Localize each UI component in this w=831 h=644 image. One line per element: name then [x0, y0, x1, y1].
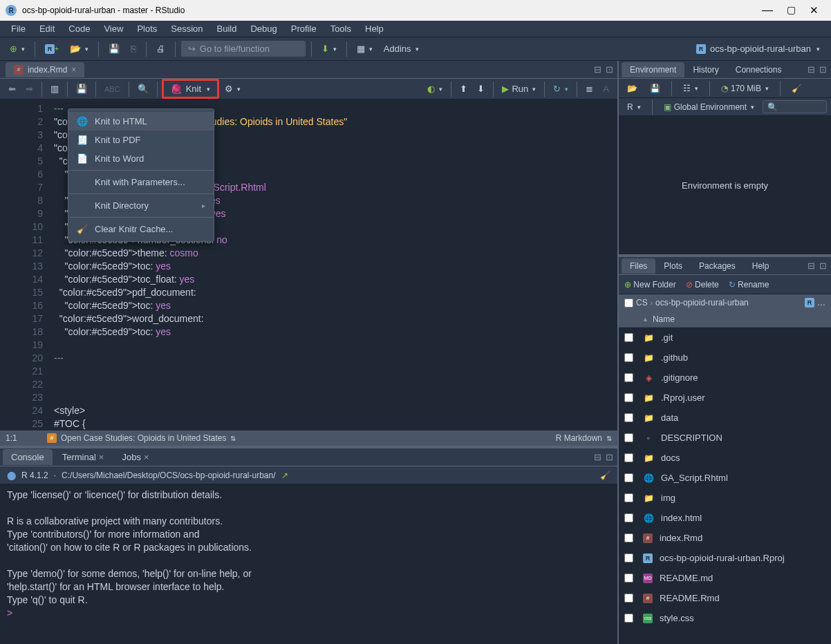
menu-session[interactable]: Session: [165, 22, 208, 35]
new-file-button[interactable]: ⊕▾: [6, 41, 29, 56]
file-row[interactable]: 📁data: [619, 408, 831, 428]
save-workspace-button[interactable]: 💾: [646, 82, 664, 95]
grid-button[interactable]: ▦▾: [353, 41, 377, 56]
knit-with-params[interactable]: Knit with Parameters...: [68, 173, 214, 191]
outline-dropdown[interactable]: # Open Case Studies: Opioids in United S…: [47, 433, 236, 443]
env-scope-dropdown[interactable]: ▣ Global Environment▾: [660, 100, 758, 114]
pane-minimize-icon[interactable]: ⊟: [594, 64, 601, 75]
tab-files[interactable]: Files: [622, 258, 655, 274]
file-row[interactable]: #index.Rmd: [619, 528, 831, 548]
menu-help[interactable]: Help: [360, 22, 389, 35]
file-checkbox[interactable]: [624, 493, 633, 502]
back-button[interactable]: ⬅: [4, 82, 20, 96]
file-row[interactable]: 📁docs: [619, 448, 831, 468]
menu-code[interactable]: Code: [63, 22, 95, 35]
console-pane-max[interactable]: ⊡: [606, 452, 613, 462]
menu-build[interactable]: Build: [212, 22, 243, 35]
save-button[interactable]: 💾: [104, 41, 124, 56]
knit-to-word[interactable]: 📄Knit to Word: [68, 149, 214, 168]
run-button[interactable]: ▶Run▾: [498, 82, 540, 96]
file-checkbox[interactable]: [624, 574, 633, 583]
file-row[interactable]: 📁.git: [619, 328, 831, 348]
show-in-new-window[interactable]: ▥: [46, 82, 63, 96]
gear-button[interactable]: ⚙▾: [221, 82, 245, 96]
tab-environment[interactable]: Environment: [622, 62, 684, 77]
clear-knitr-cache[interactable]: 🧹Clear Knitr Cache...: [68, 220, 214, 238]
knit-to-pdf[interactable]: 🧾Knit to PDF: [68, 131, 214, 149]
visual-button[interactable]: A: [599, 82, 613, 96]
project-menu[interactable]: R ocs-bp-opioid-rural-urban ▾: [691, 41, 825, 56]
file-checkbox[interactable]: [624, 473, 633, 482]
maximize-button[interactable]: ▢: [787, 4, 796, 17]
source-tab-index[interactable]: # index.Rmd ×: [6, 62, 84, 77]
console-body[interactable]: Type 'license()' or 'licence()' for dist…: [0, 484, 617, 644]
publish-button[interactable]: ↻▾: [549, 82, 572, 96]
insert-chunk-button[interactable]: ◐▾: [423, 82, 447, 96]
menu-debug[interactable]: Debug: [245, 22, 282, 35]
spellcheck-button[interactable]: ABC: [100, 83, 124, 95]
forward-button[interactable]: ➡: [21, 82, 37, 96]
file-checkbox[interactable]: [624, 393, 633, 402]
file-checkbox[interactable]: [624, 594, 633, 603]
file-checkbox[interactable]: [624, 433, 633, 442]
menu-edit[interactable]: Edit: [34, 22, 60, 35]
file-row[interactable]: 📁.github: [619, 348, 831, 368]
menu-file[interactable]: File: [6, 22, 31, 35]
tab-console[interactable]: Console: [3, 449, 53, 465]
select-all-checkbox[interactable]: [624, 299, 633, 307]
save-all-button[interactable]: ⎘: [127, 41, 140, 56]
tab-terminal[interactable]: Terminal ×: [54, 449, 113, 465]
tab-jobs[interactable]: Jobs ×: [113, 449, 157, 465]
file-checkbox[interactable]: [624, 553, 633, 562]
source-addins-button[interactable]: ⬇▾: [317, 41, 341, 56]
file-row[interactable]: ◈.gitignore: [619, 368, 831, 388]
file-row[interactable]: MDREADME.md: [619, 568, 831, 588]
files-column-header[interactable]: ▲ Name: [619, 311, 831, 328]
file-row[interactable]: 📁.Rproj.user: [619, 388, 831, 408]
tab-plots[interactable]: Plots: [655, 258, 691, 274]
file-checkbox[interactable]: [624, 533, 633, 542]
file-row[interactable]: 📁img: [619, 488, 831, 508]
outline-button[interactable]: ≣: [581, 82, 597, 96]
file-row[interactable]: Rocs-bp-opioid-rural-urban.Rproj: [619, 548, 831, 568]
tab-packages[interactable]: Packages: [691, 258, 744, 274]
find-button[interactable]: 🔍: [133, 82, 153, 96]
file-checkbox[interactable]: [624, 513, 633, 522]
knit-to-html[interactable]: 🌐Knit to HTML: [68, 112, 214, 131]
memory-usage[interactable]: ◔ 170 MiB▾: [717, 82, 773, 95]
lang-scope[interactable]: R▾: [623, 100, 645, 114]
load-workspace-button[interactable]: 📂: [623, 82, 642, 95]
rproj-nav-icon[interactable]: R: [805, 298, 814, 307]
file-checkbox[interactable]: [624, 614, 633, 623]
tab-connections[interactable]: Connections: [727, 62, 790, 77]
menu-profile[interactable]: Profile: [286, 22, 322, 35]
tab-history[interactable]: History: [684, 62, 727, 77]
env-search[interactable]: 🔍: [763, 100, 827, 113]
file-row[interactable]: ▫DESCRIPTION: [619, 428, 831, 448]
pane-maximize-icon[interactable]: ⊡: [606, 64, 613, 75]
file-row[interactable]: #README.Rmd: [619, 588, 831, 608]
files-more-icon[interactable]: …: [817, 298, 825, 307]
file-checkbox[interactable]: [624, 333, 633, 342]
console-pane-min[interactable]: ⊟: [594, 452, 601, 462]
menu-view[interactable]: View: [98, 22, 129, 35]
close-button[interactable]: ✕: [810, 4, 819, 17]
files-pane-min[interactable]: ⊟: [807, 261, 815, 271]
file-checkbox[interactable]: [624, 453, 633, 462]
knit-directory[interactable]: Knit Directory▸: [68, 196, 214, 215]
file-checkbox[interactable]: [624, 373, 633, 382]
clear-env-button[interactable]: 🧹: [787, 82, 806, 95]
file-row[interactable]: 🌐index.html: [619, 508, 831, 528]
env-pane-max[interactable]: ⊡: [819, 64, 827, 75]
addins-button[interactable]: Addins▾: [380, 41, 423, 56]
import-dataset-button[interactable]: ☷▾: [679, 82, 702, 95]
file-row[interactable]: 🌐GA_Script.Rhtml: [619, 468, 831, 488]
wd-popup-icon[interactable]: ↗: [281, 471, 288, 480]
go-next-chunk[interactable]: ⬇: [473, 82, 489, 96]
knit-button[interactable]: 🧶 Knit ▾: [167, 82, 214, 95]
menu-tools[interactable]: Tools: [325, 22, 357, 35]
save-source-button[interactable]: 💾: [72, 82, 91, 96]
rename-button[interactable]: ↻ Rename: [729, 280, 769, 290]
menu-plots[interactable]: Plots: [131, 22, 162, 35]
language-mode[interactable]: R Markdown ⇅: [556, 433, 612, 443]
